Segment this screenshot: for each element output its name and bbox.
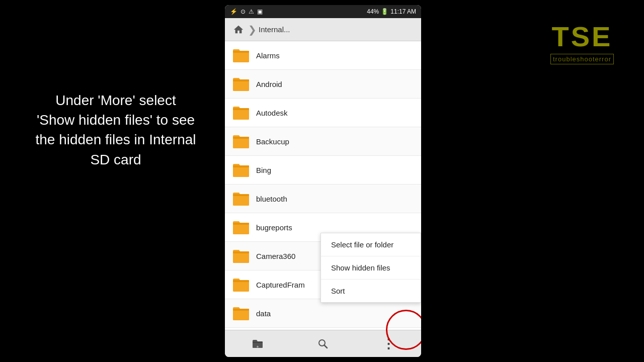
svg-rect-8 (233, 166, 249, 177)
folder-name: bluetooth (256, 195, 287, 203)
context-menu-item-sort[interactable]: Sort (321, 280, 421, 302)
svg-rect-26 (257, 345, 258, 347)
svg-rect-7 (233, 137, 249, 139)
svg-rect-17 (233, 280, 249, 282)
svg-rect-13 (233, 223, 249, 225)
nav-bar: ❯ Internal... (225, 18, 421, 41)
svg-rect-15 (233, 251, 249, 253)
svg-rect-16 (233, 281, 249, 292)
bottom-toolbar: ⋮ (225, 330, 421, 357)
svg-rect-5 (233, 108, 249, 110)
folder-name: Bing (256, 166, 271, 174)
home-button[interactable] (231, 22, 246, 37)
storage-icon: ▣ (257, 8, 263, 15)
svg-rect-3 (233, 79, 249, 81)
folder-name: Alarms (256, 51, 280, 60)
nav-path-text: Internal... (259, 25, 290, 34)
battery-icon: 🔋 (381, 8, 388, 15)
svg-rect-14 (233, 252, 249, 263)
tse-big-text: TSE (550, 20, 614, 53)
svg-rect-4 (233, 109, 249, 120)
nav-chevron-icon: ❯ (248, 24, 257, 36)
svg-rect-9 (233, 165, 249, 167)
svg-rect-1 (233, 51, 249, 53)
svg-rect-18 (233, 310, 249, 320)
list-item[interactable]: DCIM (225, 328, 421, 330)
time-text: 11:17 AM (390, 8, 416, 15)
folder-name: Android (256, 80, 282, 88)
folder-name: Camera360 (256, 252, 295, 260)
tse-small-text: troubleshooterror (550, 54, 614, 64)
svg-rect-19 (233, 309, 249, 311)
list-item[interactable]: Backucup (225, 127, 421, 156)
svg-rect-24 (253, 342, 263, 343)
tse-logo: TSE troubleshooterror (550, 20, 614, 64)
folder-name: Autodesk (256, 109, 288, 117)
list-item[interactable]: Alarms (225, 41, 421, 70)
context-menu: Select file or folder Show hidden files … (320, 233, 421, 303)
list-item[interactable]: data (225, 299, 421, 328)
svg-line-28 (325, 345, 328, 348)
folder-name: Backucup (256, 137, 289, 146)
instruction-text: Under 'More' select 'Show hidden files' … (20, 90, 211, 169)
svg-rect-10 (233, 195, 249, 206)
svg-rect-11 (233, 194, 249, 196)
toolbar-folder-button[interactable] (245, 331, 270, 356)
phone-frame: ⚡ ⊙ ⚠ ▣ 44% 🔋 11:17 AM ❯ Internal... Ala… (225, 5, 421, 357)
svg-rect-2 (233, 80, 249, 91)
status-left-icons: ⚡ ⊙ ⚠ ▣ (230, 8, 263, 15)
status-bar: ⚡ ⊙ ⚠ ▣ 44% 🔋 11:17 AM (225, 5, 421, 18)
folder-name: bugreports (256, 223, 292, 232)
toolbar-search-button[interactable] (310, 331, 336, 356)
usb-icon: ⚡ (230, 8, 237, 15)
status-right-info: 44% 🔋 11:17 AM (367, 8, 416, 15)
battery-text: 44% (367, 8, 379, 15)
sync-icon: ⊙ (240, 8, 246, 15)
list-item[interactable]: bluetooth (225, 185, 421, 213)
warning-icon: ⚠ (249, 8, 254, 15)
svg-rect-0 (233, 52, 249, 62)
folder-name: data (256, 309, 271, 318)
svg-rect-6 (233, 138, 249, 148)
toolbar-more-button[interactable]: ⋮ (376, 331, 401, 356)
list-item[interactable]: Android (225, 70, 421, 99)
list-item[interactable]: Autodesk (225, 99, 421, 127)
context-menu-item-show-hidden[interactable]: Show hidden files (321, 256, 421, 280)
context-menu-item-select[interactable]: Select file or folder (321, 233, 421, 256)
svg-rect-12 (233, 224, 249, 234)
folder-name: CapturedFram (256, 281, 305, 289)
file-list: Alarms Android Autodesk Backucup Bing bl… (225, 41, 421, 330)
list-item[interactable]: Bing (225, 156, 421, 185)
